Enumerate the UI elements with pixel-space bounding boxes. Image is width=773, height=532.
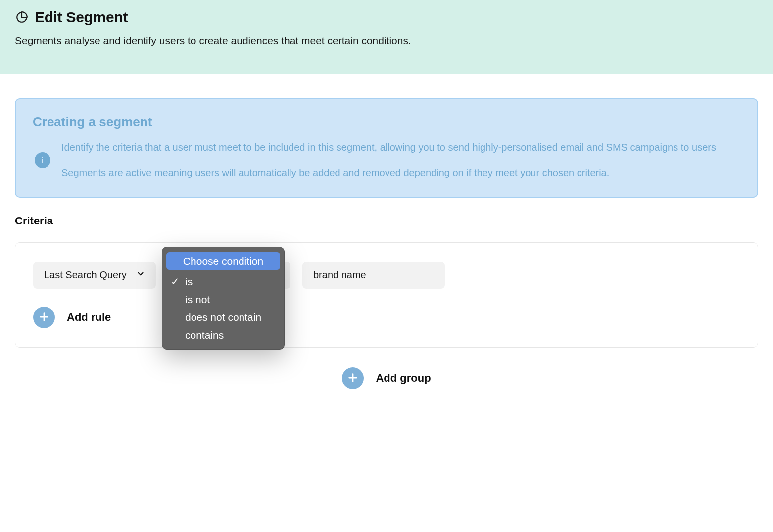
info-para-2: Segments are active meaning users will a…	[61, 166, 716, 180]
info-icon: i	[35, 152, 50, 168]
property-select-value: Last Search Query	[44, 269, 127, 281]
dropdown-header[interactable]: Choose condition	[166, 252, 280, 270]
dropdown-option-is[interactable]: ✓ is	[166, 273, 280, 291]
plus-icon	[39, 311, 49, 324]
add-rule-button[interactable]	[33, 307, 55, 328]
info-card-title: Creating a segment	[33, 114, 740, 130]
dropdown-option-label: contains	[185, 329, 224, 341]
info-text: Identify the criteria that a user must m…	[61, 140, 716, 180]
add-group-row: Add group	[15, 367, 758, 389]
info-body: i Identify the criteria that a user must…	[33, 140, 740, 180]
add-group-label: Add group	[376, 372, 431, 385]
check-icon: ✓	[170, 276, 180, 288]
page-header: Edit Segment Segments analyse and identi…	[0, 0, 773, 74]
dropdown-option-label: is not	[185, 294, 210, 306]
value-input[interactable]	[302, 262, 445, 289]
page-title: Edit Segment	[35, 9, 128, 26]
content-area: Creating a segment i Identify the criter…	[0, 74, 773, 419]
criteria-card: Last Search Query is Choose condi	[15, 242, 758, 348]
chevron-down-icon	[136, 269, 145, 281]
dropdown-option-does-not-contain[interactable]: ✓ does not contain	[166, 309, 280, 326]
condition-dropdown: Choose condition ✓ is ✓ is not ✓ does no…	[162, 247, 285, 350]
info-card: Creating a segment i Identify the criter…	[15, 98, 758, 198]
property-select[interactable]: Last Search Query	[33, 262, 156, 289]
add-group-button[interactable]	[342, 367, 364, 389]
dropdown-option-is-not[interactable]: ✓ is not	[166, 291, 280, 309]
rule-row: Last Search Query is Choose condi	[33, 262, 740, 289]
dropdown-option-label: does not contain	[185, 311, 261, 323]
add-rule-label: Add rule	[67, 311, 111, 324]
criteria-heading: Criteria	[15, 215, 758, 227]
title-row: Edit Segment	[15, 9, 758, 26]
info-para-1: Identify the criteria that a user must m…	[61, 140, 716, 155]
add-rule-row: Add rule	[33, 307, 740, 328]
dropdown-option-label: is	[185, 276, 193, 288]
dropdown-option-contains[interactable]: ✓ contains	[166, 326, 280, 344]
segment-chart-icon	[15, 10, 29, 24]
page-subtitle: Segments analyse and identify users to c…	[15, 35, 758, 46]
plus-icon	[347, 372, 358, 385]
